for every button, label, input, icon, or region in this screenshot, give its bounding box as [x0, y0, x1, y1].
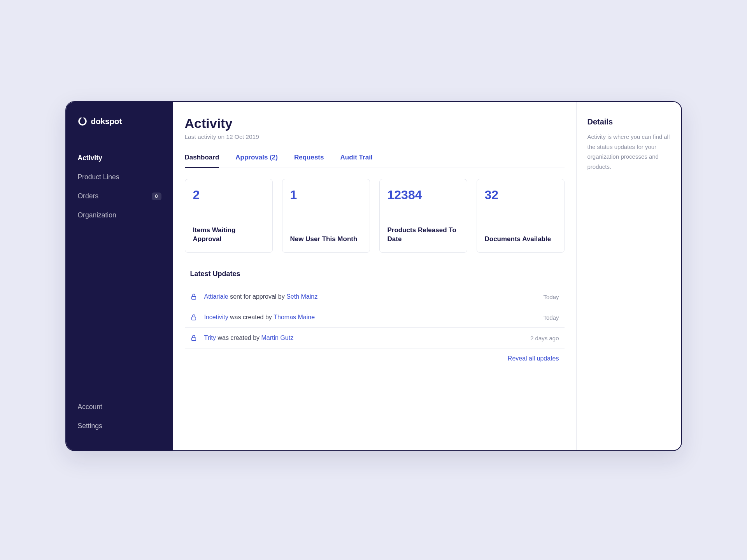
update-actor-link[interactable]: Thomas Maine [274, 314, 315, 320]
update-row[interactable]: Incetivity was created by Thomas Maine T… [185, 307, 565, 328]
stats-grid: 2 Items Waiting Approval 1 New User This… [185, 179, 565, 253]
svg-rect-4 [191, 338, 196, 341]
stat-value: 1 [290, 188, 362, 202]
sidebar-item-label: Settings [78, 422, 102, 430]
svg-point-1 [81, 117, 84, 119]
update-row[interactable]: Trity was created by Martin Gutz 2 days … [185, 328, 565, 348]
updates-list: Attiariale sent for approval by Seth Mai… [185, 287, 565, 348]
sidebar-item-label: Account [78, 403, 102, 411]
update-middle: was created by [228, 314, 274, 320]
update-time: Today [543, 294, 559, 300]
details-panel: Details Activity is where you can find a… [576, 102, 681, 450]
update-middle: sent for approval by [228, 293, 286, 300]
tab-requests[interactable]: Requests [294, 154, 324, 168]
stat-items-waiting[interactable]: 2 Items Waiting Approval [185, 179, 273, 253]
stat-label: Products Released To Date [388, 226, 459, 244]
sidebar-item-settings[interactable]: Settings [66, 416, 173, 436]
tab-approvals[interactable]: Approvals (2) [235, 154, 278, 168]
stat-value: 12384 [388, 188, 459, 202]
updates-heading: Latest Updates [185, 270, 565, 278]
details-body: Activity is where you can find all the s… [587, 132, 670, 172]
content: Activity Last activity on 12 Oct 2019 Da… [173, 102, 576, 450]
stat-new-users[interactable]: 1 New User This Month [282, 179, 370, 253]
update-text: Attiariale sent for approval by Seth Mai… [204, 293, 544, 300]
sidebar-item-label: Product Lines [78, 173, 119, 181]
update-subject-link[interactable]: Incetivity [204, 314, 228, 320]
orders-badge: 0 [152, 192, 161, 200]
sidebar-item-product-lines[interactable]: Product Lines [66, 168, 173, 187]
update-subject-link[interactable]: Trity [204, 334, 216, 341]
sidebar: dokspot Activity Product Lines Orders 0 … [66, 102, 173, 450]
sidebar-item-label: Orders [78, 192, 98, 200]
sidebar-item-organization[interactable]: Organization [66, 206, 173, 225]
lock-icon [190, 314, 197, 321]
page-title: Activity [185, 116, 565, 131]
update-middle: was created by [216, 334, 261, 341]
main: Activity Last activity on 12 Oct 2019 Da… [173, 102, 681, 450]
tab-audit-trail[interactable]: Audit Trail [340, 154, 372, 168]
secondary-nav: Account Settings [66, 397, 173, 436]
stat-value: 2 [193, 188, 265, 202]
update-actor-link[interactable]: Martin Gutz [261, 334, 294, 341]
svg-rect-3 [191, 317, 196, 320]
app-window: dokspot Activity Product Lines Orders 0 … [65, 101, 682, 451]
update-text: Incetivity was created by Thomas Maine [204, 314, 544, 321]
brand-logo: dokspot [66, 117, 173, 126]
sidebar-item-account[interactable]: Account [66, 397, 173, 416]
brand-name: dokspot [91, 117, 122, 126]
stat-label: New User This Month [290, 235, 362, 244]
page-subtitle: Last activity on 12 Oct 2019 [185, 133, 565, 140]
tabs: Dashboard Approvals (2) Requests Audit T… [185, 154, 565, 168]
details-title: Details [587, 117, 670, 126]
tab-dashboard[interactable]: Dashboard [185, 154, 219, 168]
stat-label: Documents Available [485, 235, 556, 244]
stat-value: 32 [485, 188, 556, 202]
sidebar-item-orders[interactable]: Orders 0 [66, 187, 173, 206]
primary-nav: Activity Product Lines Orders 0 Organiza… [66, 149, 173, 397]
lock-icon [190, 334, 197, 341]
update-text: Trity was created by Martin Gutz [204, 334, 531, 341]
sidebar-item-label: Organization [78, 211, 116, 219]
stat-products-released[interactable]: 12384 Products Released To Date [379, 179, 467, 253]
sidebar-item-activity[interactable]: Activity [66, 149, 173, 168]
update-subject-link[interactable]: Attiariale [204, 293, 228, 300]
reveal-all-link[interactable]: Reveal all updates [185, 348, 565, 362]
update-row[interactable]: Attiariale sent for approval by Seth Mai… [185, 287, 565, 307]
update-actor-link[interactable]: Seth Mainz [286, 293, 317, 300]
brand-icon [78, 117, 87, 126]
sidebar-item-label: Activity [78, 154, 102, 162]
lock-icon [190, 293, 197, 300]
update-time: Today [543, 314, 559, 321]
stat-documents[interactable]: 32 Documents Available [477, 179, 565, 253]
stat-label: Items Waiting Approval [193, 226, 265, 244]
svg-rect-2 [191, 296, 196, 299]
update-time: 2 days ago [530, 335, 559, 341]
